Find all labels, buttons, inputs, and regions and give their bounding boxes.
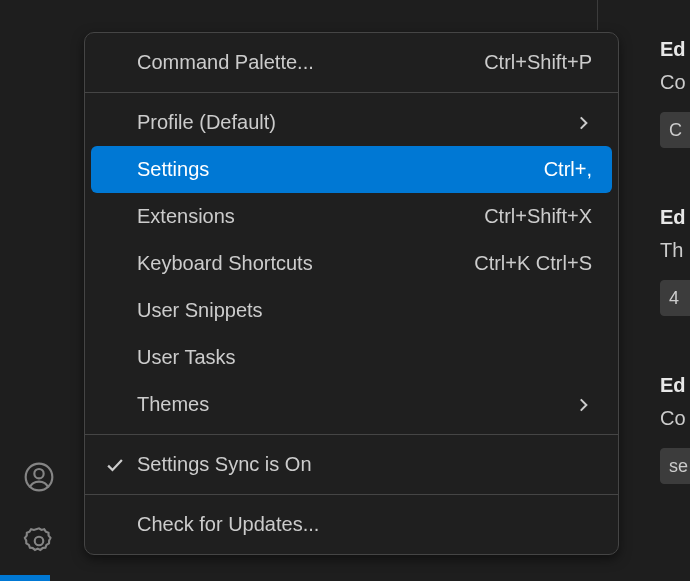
chevron-right-icon <box>574 114 592 132</box>
menu-label: User Tasks <box>137 346 592 369</box>
check-icon <box>105 455 125 475</box>
menu-label: Command Palette... <box>137 51 484 74</box>
menu-keyboard-shortcuts[interactable]: Keyboard Shortcuts Ctrl+K Ctrl+S <box>91 240 612 287</box>
setting-heading: Ed <box>660 38 690 61</box>
setting-input[interactable] <box>660 112 690 148</box>
svg-point-2 <box>35 537 44 546</box>
menu-check-updates[interactable]: Check for Updates... <box>91 501 612 548</box>
menu-shortcut: Ctrl+, <box>544 158 592 181</box>
menu-user-snippets[interactable]: User Snippets <box>91 287 612 334</box>
panel-border <box>78 0 598 30</box>
setting-text: Co <box>660 407 690 430</box>
activity-bar <box>0 0 78 581</box>
menu-shortcut: Ctrl+K Ctrl+S <box>474 252 592 275</box>
menu-label: Extensions <box>137 205 484 228</box>
setting-text: Co <box>660 71 690 94</box>
gear-icon[interactable] <box>15 517 63 565</box>
setting-text: Th <box>660 239 690 262</box>
chevron-right-icon <box>574 396 592 414</box>
setting-input[interactable] <box>660 280 690 316</box>
setting-input[interactable] <box>660 448 690 484</box>
menu-user-tasks[interactable]: User Tasks <box>91 334 612 381</box>
menu-settings[interactable]: Settings Ctrl+, <box>91 146 612 193</box>
manage-context-menu: Command Palette... Ctrl+Shift+P Profile … <box>84 32 619 555</box>
menu-separator <box>85 494 618 495</box>
menu-label: Themes <box>137 393 574 416</box>
menu-label: User Snippets <box>137 299 592 322</box>
svg-point-1 <box>34 469 43 478</box>
menu-profile[interactable]: Profile (Default) <box>91 99 612 146</box>
menu-command-palette[interactable]: Command Palette... Ctrl+Shift+P <box>91 39 612 86</box>
menu-separator <box>85 434 618 435</box>
menu-shortcut: Ctrl+Shift+X <box>484 205 592 228</box>
menu-separator <box>85 92 618 93</box>
setting-heading: Ed <box>660 206 690 229</box>
menu-extensions[interactable]: Extensions Ctrl+Shift+X <box>91 193 612 240</box>
menu-shortcut: Ctrl+Shift+P <box>484 51 592 74</box>
menu-label: Keyboard Shortcuts <box>137 252 474 275</box>
menu-settings-sync[interactable]: Settings Sync is On <box>91 441 612 488</box>
menu-themes[interactable]: Themes <box>91 381 612 428</box>
menu-label: Check for Updates... <box>137 513 592 536</box>
menu-label: Profile (Default) <box>137 111 574 134</box>
menu-label: Settings Sync is On <box>137 453 592 476</box>
settings-editor-partial: Ed Co Ed Th Ed Co <box>660 30 690 581</box>
setting-heading: Ed <box>660 374 690 397</box>
active-indicator <box>0 575 50 581</box>
menu-label: Settings <box>137 158 544 181</box>
account-icon[interactable] <box>15 453 63 501</box>
